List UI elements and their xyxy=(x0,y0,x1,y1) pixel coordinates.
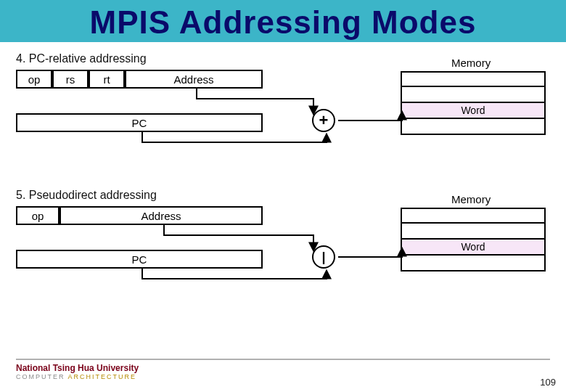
field-op: op xyxy=(16,70,52,89)
footer-dept: COMPUTER ARCHITECTURE xyxy=(16,373,566,380)
field-op: op xyxy=(16,206,60,225)
page-number: 109 xyxy=(540,377,556,388)
footer-dept-b: ARCHITECTURE xyxy=(68,373,137,380)
footer-org: National Tsing Hua University xyxy=(16,363,566,373)
footer-dept-a: COMPUTER xyxy=(16,373,65,380)
memory-stack: Word xyxy=(401,71,546,135)
memory-row xyxy=(401,224,546,240)
memory-label: Memory xyxy=(451,57,491,69)
memory-word-row: Word xyxy=(401,103,546,119)
page-title: MPIS Addressing Modes xyxy=(0,4,566,41)
title-bar: MPIS Addressing Modes xyxy=(0,0,566,42)
memory-label: Memory xyxy=(451,193,491,205)
memory-row xyxy=(401,208,546,224)
pc-register: PC xyxy=(16,250,263,269)
memory-row xyxy=(401,119,546,135)
field-rs: rs xyxy=(52,70,89,89)
memory-row xyxy=(401,71,546,87)
footer-rule xyxy=(16,359,550,360)
diagram-pc-relative: op rs rt Address PC + Memory Word xyxy=(16,70,559,179)
pc-register: PC xyxy=(16,113,263,132)
slide-footer: National Tsing Hua University COMPUTER A… xyxy=(0,359,566,392)
concat-node: | xyxy=(312,245,335,269)
memory-word-row: Word xyxy=(401,240,546,256)
memory-row xyxy=(401,87,546,103)
memory-row xyxy=(401,256,546,271)
memory-stack: Word xyxy=(401,208,546,271)
diagram-pseudodirect: op Address PC | Memory Word xyxy=(16,206,559,315)
field-rt: rt xyxy=(89,70,125,89)
adder-node: + xyxy=(312,109,335,132)
field-address: Address xyxy=(60,206,263,225)
field-address: Address xyxy=(125,70,263,89)
